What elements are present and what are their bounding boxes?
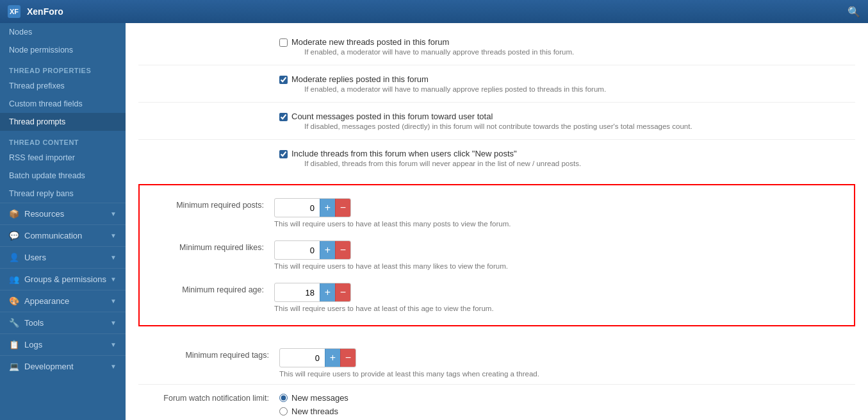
min-likes-decrement-button[interactable]: −: [335, 241, 350, 259]
sidebar-item-node-permissions[interactable]: Node permissions: [0, 41, 126, 59]
sidebar-group-communication-header[interactable]: 💬 Communication ▼: [0, 225, 126, 246]
form-row-min-likes: Minimum required likes: + − This will re…: [146, 234, 848, 276]
min-tags-control: + − This will require users to provide a…: [279, 348, 855, 378]
sidebar: Nodes Node permissions Thread properties…: [0, 23, 126, 420]
sidebar-group-label: Groups & permissions: [24, 274, 110, 284]
sidebar-item-rss-feed[interactable]: RSS feed importer: [0, 149, 126, 167]
min-age-control: + − This will require users to have at l…: [274, 283, 848, 312]
sidebar-item-label: Nodes: [9, 28, 32, 37]
min-tags-hint: This will require users to provide at le…: [279, 370, 855, 378]
sidebar-group-label: Communication: [24, 231, 110, 240]
chevron-down-icon: ▼: [110, 276, 117, 283]
min-posts-increment-button[interactable]: +: [320, 199, 335, 217]
min-tags-label: Minimum required tags:: [138, 348, 279, 360]
min-age-increment-button[interactable]: +: [320, 283, 335, 301]
sidebar-group-appearance: 🎨 Appearance ▼: [0, 290, 126, 312]
include-threads-checkbox[interactable]: [279, 150, 288, 158]
form-row-count-messages: Count messages posted in this forum towa…: [138, 103, 855, 140]
sidebar-group-development: 💻 Development ▼: [0, 355, 126, 377]
min-likes-hint: This will require users to have at least…: [274, 262, 848, 270]
radio-new-threads-label: New threads: [291, 407, 338, 416]
sidebar-group-resources-header[interactable]: 📦 Resources ▼: [0, 203, 126, 224]
min-likes-label: Minimum required likes:: [146, 240, 274, 252]
sidebar-group-development-header[interactable]: 💻 Development ▼: [0, 356, 126, 377]
count-messages-label: Count messages posted in this forum towa…: [291, 112, 692, 121]
min-tags-increment-button[interactable]: +: [325, 349, 340, 367]
sidebar-item-nodes[interactable]: Nodes: [0, 23, 126, 41]
sidebar-item-batch-update[interactable]: Batch update threads: [0, 167, 126, 185]
chevron-down-icon: ▼: [110, 232, 117, 239]
radio-new-messages[interactable]: [279, 394, 288, 402]
sidebar-item-label: Thread prefixes: [9, 81, 65, 90]
communication-icon: 💬: [9, 231, 19, 240]
min-tags-input[interactable]: [280, 351, 325, 365]
min-posts-input-group: + −: [274, 198, 351, 217]
min-likes-control: + − This will require users to have at l…: [274, 240, 848, 270]
sidebar-group-groups-header[interactable]: 👥 Groups & permissions ▼: [0, 269, 126, 290]
sidebar-item-label: Node permissions: [9, 46, 73, 55]
form-row-min-tags: Minimum required tags: + − This will req…: [138, 342, 855, 385]
content-area: Moderate new threads posted in this foru…: [126, 23, 868, 420]
form-label-spacer2: [138, 72, 279, 74]
min-age-input[interactable]: [275, 285, 320, 300]
sidebar-section-thread-properties: Thread properties: [0, 62, 126, 77]
sidebar-section-thread-content: Thread content: [0, 133, 126, 149]
search-icon[interactable]: 🔍: [848, 6, 860, 18]
chevron-down-icon: ▼: [110, 298, 117, 305]
sidebar-item-thread-reply-bans[interactable]: Thread reply bans: [0, 185, 126, 203]
checkbox-area-moderate-threads: Moderate new threads posted in this foru…: [279, 35, 855, 58]
resources-icon: 📦: [9, 209, 19, 219]
sidebar-group-label: Users: [24, 253, 110, 262]
appearance-icon: 🎨: [9, 296, 19, 306]
sidebar-group-appearance-header[interactable]: 🎨 Appearance ▼: [0, 290, 126, 312]
count-messages-checkbox[interactable]: [279, 113, 288, 121]
sidebar-group-users-header[interactable]: 👤 Users ▼: [0, 247, 126, 268]
min-posts-label: Minimum required posts:: [146, 198, 274, 210]
min-posts-control: + − This will require users to have at l…: [274, 198, 848, 228]
sidebar-item-custom-thread-fields[interactable]: Custom thread fields: [0, 95, 126, 113]
form-label-spacer4: [138, 146, 279, 149]
form-row-moderate-threads: Moderate new threads posted in this foru…: [138, 28, 855, 65]
form-row-min-age: Minimum required age: + − This will requ…: [146, 276, 848, 319]
groups-icon: 👥: [9, 274, 19, 284]
sidebar-item-label: RSS feed importer: [9, 153, 75, 162]
radio-new-messages-label: New messages: [291, 393, 348, 403]
sidebar-group-resources: 📦 Resources ▼: [0, 203, 126, 224]
forum-watch-label: Forum watch notification limit:: [138, 391, 279, 403]
boxed-section: Minimum required posts: + − This will re…: [138, 184, 855, 326]
min-age-label: Minimum required age:: [146, 283, 274, 294]
app-logo: XF: [8, 5, 20, 18]
chevron-down-icon: ▼: [110, 319, 117, 326]
sidebar-item-thread-prefixes[interactable]: Thread prefixes: [0, 77, 126, 95]
moderate-replies-checkbox[interactable]: [279, 76, 288, 84]
moderate-replies-desc: If enabled, a moderator will have to man…: [304, 85, 606, 93]
min-posts-decrement-button[interactable]: −: [335, 199, 350, 217]
min-posts-input[interactable]: [275, 201, 320, 215]
moderate-threads-checkbox[interactable]: [279, 38, 288, 47]
sidebar-group-label: Tools: [24, 318, 110, 328]
min-tags-input-group: + −: [279, 348, 356, 367]
sidebar-item-label: Custom thread fields: [9, 99, 83, 108]
form-row-min-posts: Minimum required posts: + − This will re…: [146, 192, 848, 234]
min-likes-increment-button[interactable]: +: [320, 241, 335, 259]
min-age-decrement-button[interactable]: −: [335, 283, 350, 301]
min-tags-decrement-button[interactable]: −: [340, 349, 356, 367]
sidebar-item-label: Thread prompts: [9, 117, 65, 126]
min-age-input-group: + −: [274, 283, 351, 302]
form-row-forum-watch: Forum watch notification limit: New mess…: [138, 385, 855, 420]
checkbox-area-moderate-replies: Moderate replies posted in this forum If…: [279, 72, 855, 96]
moderate-threads-desc: If enabled, a moderator will have to man…: [304, 48, 574, 56]
min-tags-section: Minimum required tags: + − This will req…: [126, 334, 868, 420]
sidebar-item-thread-prompts[interactable]: Thread prompts: [0, 113, 126, 131]
min-likes-input[interactable]: [275, 243, 320, 258]
moderate-threads-label: Moderate new threads posted in this foru…: [291, 37, 574, 47]
forum-watch-control: New messages New threads None You can li…: [279, 391, 855, 420]
users-icon: 👤: [9, 253, 19, 262]
min-posts-hint: This will require users to have at least…: [274, 220, 848, 228]
chevron-down-icon: ▼: [110, 363, 117, 370]
sidebar-group-logs-header[interactable]: 📋 Logs ▼: [0, 334, 126, 355]
radio-new-threads[interactable]: [279, 407, 288, 416]
form-row-include-threads: Include threads from this forum when use…: [138, 140, 855, 176]
sidebar-group-tools-header[interactable]: 🔧 Tools ▼: [0, 312, 126, 333]
topbar: XF XenForo 🔍: [0, 0, 868, 23]
